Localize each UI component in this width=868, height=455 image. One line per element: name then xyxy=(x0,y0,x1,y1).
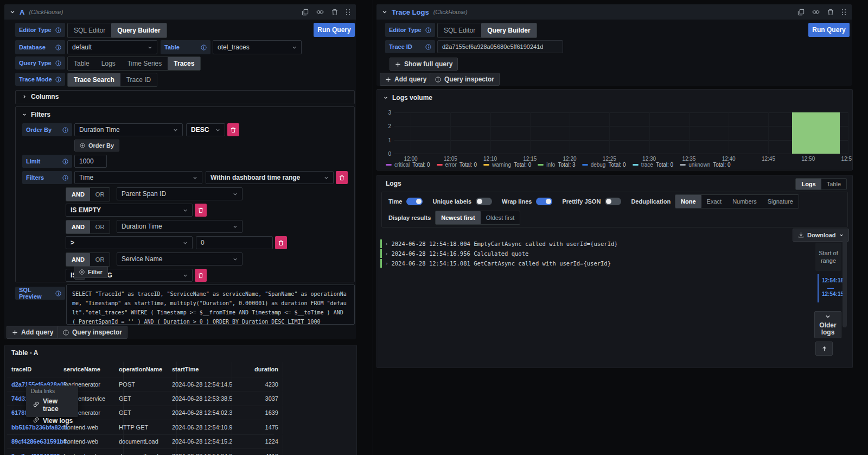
option-exact[interactable]: Exact xyxy=(701,195,727,208)
time-toggle[interactable] xyxy=(406,198,423,205)
collapse-chevron-icon[interactable] xyxy=(10,7,15,17)
scroll-to-top-button[interactable] xyxy=(815,342,833,356)
condition-field-select[interactable]: Service Name xyxy=(117,252,242,266)
add-query-button[interactable]: Add query xyxy=(380,73,432,86)
add-query-button[interactable]: Add query xyxy=(7,326,59,339)
log-line[interactable]: ›2024-06-28 12:54:16.956 Calculated quot… xyxy=(380,249,528,258)
run-query-button[interactable]: Run Query xyxy=(314,23,355,37)
expand-log-icon[interactable]: › xyxy=(385,261,388,266)
option-traces[interactable]: Traces xyxy=(168,57,200,70)
eye-icon[interactable] xyxy=(316,8,324,16)
info-icon[interactable] xyxy=(55,290,61,296)
option-logs-view[interactable]: Logs xyxy=(796,179,821,189)
info-icon[interactable] xyxy=(55,45,61,50)
run-query-button[interactable]: Run Query xyxy=(808,23,850,37)
option-table-view[interactable]: Table xyxy=(821,179,846,189)
drag-grip-icon[interactable] xyxy=(841,9,846,16)
logs-volume-bar-info[interactable] xyxy=(792,112,840,154)
condition-value-input[interactable]: 0 xyxy=(196,236,273,249)
delete-order-by-button[interactable] xyxy=(227,123,239,136)
filters-section-header[interactable]: Filters xyxy=(22,111,50,118)
trace-id-input[interactable]: d2a7155ef6a928a05680e5ff6190241d xyxy=(437,40,563,53)
filter-field-select[interactable]: Time xyxy=(74,171,202,184)
table-select[interactable]: otel_traces xyxy=(213,40,302,54)
info-icon[interactable] xyxy=(55,77,61,83)
info-icon[interactable] xyxy=(201,45,207,50)
option-time-series[interactable]: Time Series xyxy=(122,57,168,70)
copy-icon[interactable] xyxy=(302,9,309,16)
option-oldest-first[interactable]: Oldest first xyxy=(481,211,520,224)
option-table[interactable]: Table xyxy=(68,57,95,70)
expand-log-icon[interactable]: › xyxy=(385,241,388,247)
log-line[interactable]: ›2024-06-28 12:54:15.081 GetCartAsync ca… xyxy=(380,259,611,268)
delete-filter-button[interactable] xyxy=(336,171,348,184)
legend-item-trace[interactable]: traceTotal: 0 xyxy=(633,162,673,168)
option-or[interactable]: OR xyxy=(90,188,110,201)
info-icon[interactable] xyxy=(425,27,431,33)
show-full-query-button[interactable]: Show full query xyxy=(390,58,458,71)
limit-input[interactable]: 1000 xyxy=(74,155,107,168)
order-by-field-select[interactable]: Duration Time xyxy=(74,123,183,136)
option-or[interactable]: OR xyxy=(90,220,110,233)
condition-field-select[interactable]: Parent Span ID xyxy=(117,187,242,200)
trash-icon[interactable] xyxy=(827,9,834,16)
log-line[interactable]: ›2024-06-28 12:54:18.004 EmptyCartAsync … xyxy=(380,239,618,248)
drag-grip-icon[interactable] xyxy=(346,9,350,16)
download-button[interactable]: Download xyxy=(793,229,849,242)
option-sql-editor[interactable]: SQL Editor xyxy=(68,23,111,37)
option-trace-search[interactable]: Trace Search xyxy=(68,73,120,86)
database-select[interactable]: default xyxy=(67,40,157,54)
older-logs-button[interactable]: Older logs xyxy=(814,311,841,338)
filter-value-select[interactable]: Within dashboard time range xyxy=(206,171,334,184)
pane-resize-handle[interactable] xyxy=(373,0,373,455)
query-inspector-button[interactable]: Query inspector xyxy=(430,73,500,86)
option-and[interactable]: AND xyxy=(66,220,90,233)
info-icon[interactable] xyxy=(62,127,68,133)
pane-a-header[interactable]: A (ClickHouse) xyxy=(4,4,356,20)
option-numbers[interactable]: Numbers xyxy=(727,195,762,208)
wrap-lines-toggle[interactable] xyxy=(536,198,552,205)
trash-icon[interactable] xyxy=(331,9,338,16)
option-query-builder[interactable]: Query Builder xyxy=(111,23,166,37)
pane-trace-logs-header[interactable]: Trace Logs (ClickHouse) xyxy=(376,4,852,20)
copy-icon[interactable] xyxy=(797,9,805,16)
legend-item-critical[interactable]: criticalTotal: 0 xyxy=(386,162,430,168)
collapse-chevron-icon[interactable] xyxy=(382,7,387,17)
add-filter-button[interactable]: Filter xyxy=(74,266,108,278)
legend-item-unknown[interactable]: unknownTotal: 0 xyxy=(680,162,730,168)
legend-item-info[interactable]: infoTotal: 3 xyxy=(538,162,575,168)
info-icon[interactable] xyxy=(425,44,431,50)
option-and[interactable]: AND xyxy=(66,253,90,266)
eye-icon[interactable] xyxy=(812,8,820,16)
delete-condition-button[interactable] xyxy=(275,236,287,249)
condition-operator-select[interactable]: > xyxy=(66,236,193,249)
option-logs[interactable]: Logs xyxy=(95,57,122,70)
view-trace-menu-item[interactable]: View trace xyxy=(26,395,78,415)
expand-log-icon[interactable]: › xyxy=(385,251,388,256)
option-none[interactable]: None xyxy=(675,195,701,208)
prettify-json-toggle[interactable] xyxy=(605,198,621,205)
info-icon[interactable] xyxy=(55,60,61,66)
option-or[interactable]: OR xyxy=(90,253,110,266)
delete-condition-button[interactable] xyxy=(195,269,207,282)
option-trace-id[interactable]: Trace ID xyxy=(120,73,157,86)
info-icon[interactable] xyxy=(62,159,68,165)
delete-condition-button[interactable] xyxy=(195,204,207,217)
legend-item-warning[interactable]: warningTotal: 0 xyxy=(483,162,531,168)
info-icon[interactable] xyxy=(62,175,68,181)
option-signature[interactable]: Signature xyxy=(762,195,799,208)
add-order-by-button[interactable]: Order By xyxy=(74,140,119,151)
option-and[interactable]: AND xyxy=(66,188,90,201)
order-by-direction-select[interactable]: DESC xyxy=(186,123,225,136)
columns-section[interactable]: Columns xyxy=(15,90,355,104)
condition-field-select[interactable]: Duration Time xyxy=(117,220,242,233)
column-header-duration[interactable]: duration xyxy=(223,362,283,377)
option-sql-editor[interactable]: SQL Editor xyxy=(438,23,481,37)
view-logs-menu-item[interactable]: View logs xyxy=(26,415,78,427)
query-inspector-button[interactable]: Query inspector xyxy=(58,326,127,339)
unique-labels-toggle[interactable] xyxy=(476,198,492,205)
condition-operator-select[interactable]: IS EMPTY xyxy=(66,204,193,217)
option-newest-first[interactable]: Newest first xyxy=(436,211,480,224)
legend-item-debug[interactable]: debugTotal: 0 xyxy=(582,162,626,168)
info-icon[interactable] xyxy=(55,27,61,33)
